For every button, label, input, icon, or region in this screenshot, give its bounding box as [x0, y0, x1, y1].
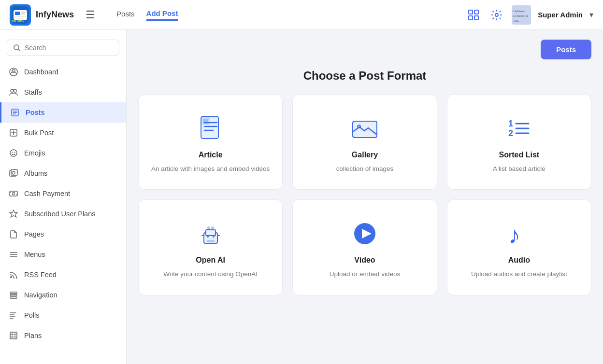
sidebar-label-albums: Albums [24, 169, 47, 177]
sidebar-item-polls[interactable]: Polls [0, 305, 126, 325]
svg-rect-42 [10, 292, 17, 294]
search-wrap [0, 36, 126, 62]
audio-desc: Upload audios and create playlist [471, 269, 567, 279]
svg-point-21 [11, 89, 14, 92]
svg-text:NEWS: NEWS [12, 19, 24, 23]
card-audio[interactable]: ♪ Audio Upload audios and create playlis… [447, 199, 591, 295]
sidebar-item-albums[interactable]: Albums [0, 163, 126, 183]
sidebar-label-emojis: Emojis [24, 149, 45, 157]
svg-rect-10 [469, 16, 473, 20]
svg-rect-44 [10, 297, 17, 298]
sidebar-item-cash-payment[interactable]: Cash Payment [0, 183, 126, 204]
svg-rect-69 [206, 230, 215, 236]
sidebar-label-cash-payment: Cash Payment [24, 190, 70, 197]
chevron-down-icon[interactable]: ▾ [589, 10, 593, 19]
svg-text:1: 1 [508, 119, 513, 128]
svg-point-29 [12, 152, 13, 153]
open-ai-desc: Write your content using OpenAI [163, 269, 258, 279]
sidebar-item-plans[interactable]: Plans [0, 325, 126, 346]
search-box[interactable] [7, 40, 119, 56]
svg-text:2: 2 [508, 128, 513, 138]
sorted-list-desc: A list based article [493, 164, 546, 174]
sidebar-item-rss-feed[interactable]: RSS Feed [0, 265, 126, 285]
sidebar-item-subscribed-user-plans[interactable]: Subscribed User Plans [0, 204, 126, 224]
sidebar-item-bulk-post[interactable]: Bulk Post [0, 123, 126, 143]
menus-icon [9, 250, 18, 259]
card-article[interactable]: Article An article with images and embed… [138, 94, 283, 190]
user-name[interactable]: Super Admin [538, 11, 583, 19]
open-ai-title: Open AI [196, 256, 225, 265]
article-desc: An article with images and embed videos [151, 164, 270, 174]
sidebar-label-polls: Polls [24, 311, 39, 319]
emojis-icon [9, 148, 18, 158]
nav-add-post[interactable]: Add Post [146, 9, 178, 21]
sidebar-label-navigation: Navigation [24, 291, 57, 299]
svg-text:InfyNews: InfyNews [513, 10, 525, 13]
plans-icon [9, 331, 18, 340]
sidebar-item-navigation[interactable]: Navigation [0, 285, 126, 305]
sidebar-item-staffs[interactable]: Staffs [0, 82, 126, 102]
posts-button[interactable]: Posts [541, 40, 591, 59]
settings-icon[interactable] [488, 7, 505, 23]
audio-icon: ♪ [504, 219, 533, 248]
header-nav: Posts Add Post [116, 9, 178, 21]
svg-line-18 [18, 49, 20, 51]
sorted-list-icon: 1 2 [504, 114, 533, 143]
avatar: InfyNews Go Starter Lite FREE [512, 5, 531, 25]
svg-point-28 [10, 150, 17, 156]
card-gallery[interactable]: Gallery collection of images [292, 94, 437, 190]
header: NEWS InfyNews ☰ Posts Add Post [0, 0, 603, 30]
search-input[interactable] [25, 44, 113, 52]
posts-btn-wrap: Posts [138, 40, 591, 59]
svg-point-71 [213, 236, 215, 238]
svg-rect-4 [21, 14, 25, 14]
albums-icon [9, 168, 18, 178]
dashboard-icon [9, 67, 18, 77]
sidebar-item-pages[interactable]: Pages [0, 224, 126, 244]
card-open-ai[interactable]: Open AI Write your content using OpenAI [138, 199, 283, 295]
hamburger-icon[interactable]: ☰ [82, 7, 99, 23]
expand-icon[interactable] [465, 7, 482, 23]
svg-point-41 [10, 276, 12, 278]
svg-rect-11 [474, 16, 478, 20]
video-icon [350, 219, 379, 248]
article-icon [196, 114, 225, 143]
sidebar-item-menus[interactable]: Menus [0, 244, 126, 265]
header-left: NEWS InfyNews ☰ Posts Add Post [10, 4, 178, 26]
sidebar-item-posts[interactable]: Posts [0, 102, 126, 123]
pages-icon [9, 229, 18, 239]
card-sorted-list[interactable]: 1 2 Sorted List A list based article [447, 94, 591, 190]
polls-icon [9, 310, 18, 320]
article-title: Article [199, 151, 223, 159]
card-video[interactable]: Video Upload or embed videos [292, 199, 437, 295]
svg-point-22 [14, 89, 16, 92]
svg-text:♪: ♪ [508, 222, 520, 248]
sidebar-label-pages: Pages [24, 230, 44, 238]
sorted-list-title: Sorted List [499, 151, 540, 159]
posts-icon [10, 108, 20, 117]
sidebar-label-posts: Posts [26, 109, 45, 116]
sidebar-label-dashboard: Dashboard [24, 68, 58, 76]
audio-title: Audio [508, 256, 530, 265]
svg-text:FREE: FREE [513, 19, 519, 22]
sidebar-label-rss-feed: RSS Feed [24, 271, 57, 279]
svg-rect-43 [10, 294, 17, 296]
subscribed-user-plans-icon [9, 209, 18, 219]
sidebar: Dashboard Staffs [0, 30, 127, 364]
sidebar-item-emojis[interactable]: Emojis [0, 143, 126, 163]
svg-rect-3 [21, 12, 27, 13]
app-name: InfyNews [36, 10, 74, 20]
svg-point-30 [14, 152, 15, 153]
gallery-title: Gallery [352, 151, 378, 159]
video-title: Video [354, 256, 375, 265]
svg-rect-8 [469, 10, 473, 14]
sidebar-label-bulk-post: Bulk Post [24, 129, 54, 137]
rss-feed-icon [9, 270, 18, 280]
svg-rect-49 [10, 332, 17, 339]
nav-posts[interactable]: Posts [116, 10, 135, 20]
navigation-icon [9, 290, 18, 300]
sidebar-item-dashboard[interactable]: Dashboard [0, 62, 126, 82]
svg-rect-74 [207, 240, 215, 242]
header-right: InfyNews Go Starter Lite FREE Super Admi… [465, 5, 593, 25]
svg-point-70 [207, 236, 209, 238]
